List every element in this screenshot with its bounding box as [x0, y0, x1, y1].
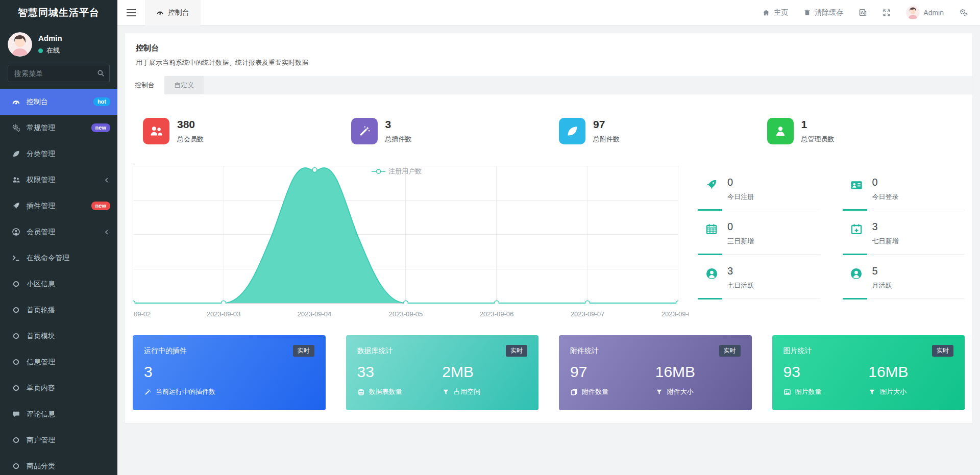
filter-icon — [655, 388, 663, 396]
filter-icon — [868, 388, 876, 396]
x-axis-labels: 09-02 2023-09-03 2023-09-04 2023-09-05 2… — [133, 310, 689, 320]
hamburger-menu-icon[interactable] — [117, 7, 145, 18]
search-icon[interactable] — [96, 69, 105, 80]
progress-line — [698, 210, 820, 210]
realtime-badge: 实时 — [506, 345, 527, 357]
page-title: 控制台 — [136, 43, 962, 53]
ministat-month-active: 5 月活跃 — [843, 255, 965, 299]
card-image-stats: 图片统计 实时 93 图片数量 — [772, 335, 965, 410]
topbar-user[interactable]: Admin — [906, 6, 944, 19]
new-badge: new — [91, 123, 110, 132]
sidebar-item-command[interactable]: 在线命令管理 — [0, 245, 117, 271]
sidebar-item-community[interactable]: 小区信息 — [0, 271, 117, 297]
progress-line — [698, 298, 820, 299]
new-badge: new — [91, 202, 110, 210]
calendar-icon — [704, 221, 719, 236]
settings-gears-icon[interactable] — [959, 8, 968, 17]
ministat-7day-new: 3 七日新增 — [843, 210, 965, 255]
sidebar-item-addon[interactable]: 插件管理 new — [0, 193, 117, 219]
stat-total-admins: 1 总管理员数 — [757, 118, 965, 144]
card-database-stats: 数据库统计 实时 33 数据表数量 — [346, 335, 539, 410]
image-icon — [783, 388, 791, 396]
realtime-badge: 实时 — [932, 345, 953, 357]
sidebar-user-panel: Admin 在线 — [0, 26, 117, 59]
progress-line — [698, 254, 820, 255]
mini-stats: 0 今日注册 0 — [698, 166, 965, 320]
card-running-addons: 运行中的插件 实时 3 当前运行中的插件数 — [133, 335, 326, 410]
sidebar-item-comments[interactable]: 评论信息 — [0, 401, 117, 427]
comment-icon — [10, 410, 22, 418]
sidebar-item-auth[interactable]: 权限管理 — [0, 167, 117, 193]
sidebar-item-general[interactable]: 常规管理 new — [0, 115, 117, 141]
card-attachment-stats: 附件统计 实时 97 附件数量 — [559, 335, 752, 410]
tab-custom[interactable]: 自定义 — [164, 76, 204, 94]
sidebar-item-merchant[interactable]: 商户管理 — [0, 427, 117, 453]
hot-badge: hot — [93, 97, 110, 106]
user-circle-icon — [10, 228, 22, 236]
clear-cache-button[interactable]: 清除缓存 — [803, 8, 843, 17]
fullscreen-icon[interactable] — [883, 9, 891, 17]
sidebar-item-single-page[interactable]: 单页内容 — [0, 375, 117, 401]
chevron-left-icon — [103, 229, 110, 236]
sidebar: 智慧同城生活平台 Admin 在线 控制台 hot 常 — [0, 0, 117, 475]
sidebar-item-banner[interactable]: 首页轮播 — [0, 297, 117, 323]
ministat-today-register: 0 今日注册 — [698, 166, 820, 210]
user-circle-icon — [704, 265, 719, 281]
app-window: 智慧同城生活平台 Admin 在线 控制台 hot 常 — [0, 0, 980, 475]
trash-icon — [803, 9, 811, 16]
content-tabs: 控制台 自定义 — [125, 76, 972, 94]
circle-icon — [10, 462, 22, 470]
circle-icon — [10, 384, 22, 392]
stats-row: 380 总会员数 3 总插件数 — [133, 118, 965, 144]
summary-cards-row: 运行中的插件 实时 3 当前运行中的插件数 — [133, 335, 965, 410]
sidebar-item-category[interactable]: 分类管理 — [0, 141, 117, 167]
chevron-left-icon — [103, 177, 110, 184]
search-input[interactable] — [8, 65, 110, 82]
sidebar-item-dashboard[interactable]: 控制台 hot — [0, 89, 117, 115]
online-dot-icon — [38, 48, 43, 53]
ministat-7day-active: 3 七日活跃 — [698, 255, 820, 299]
home-icon — [762, 9, 770, 17]
sidebar-item-info[interactable]: 信息管理 — [0, 349, 117, 375]
tab-dashboard[interactable]: 控制台 — [125, 76, 164, 94]
sidebar-item-home-module[interactable]: 首页模块 — [0, 323, 117, 349]
home-button[interactable]: 主页 — [762, 8, 788, 17]
user-status: 在线 — [38, 46, 62, 55]
leaf-icon — [10, 149, 22, 158]
users-group-icon — [143, 118, 169, 144]
user-avatar[interactable] — [8, 32, 32, 57]
circle-icon — [10, 280, 22, 288]
language-switch-icon[interactable] — [859, 8, 867, 17]
realtime-badge: 实时 — [293, 345, 314, 357]
leaf-icon — [559, 118, 585, 144]
legend-marker-icon — [372, 169, 385, 174]
tab-content: 380 总会员数 3 总插件数 — [125, 118, 972, 423]
page-description: 用于展示当前系统中的统计数据、统计报表及重要实时数据 — [136, 58, 962, 67]
gears-icon — [10, 123, 22, 132]
registered-users-chart[interactable]: 注册用户数 09-02 2023-09-03 2023-09-04 2023-0… — [133, 166, 678, 320]
area-chart-plot — [133, 166, 678, 304]
stat-total-attachments: 97 总附件数 — [549, 118, 757, 144]
sidebar-item-goods-category[interactable]: 商品分类 — [0, 453, 117, 475]
brand-title: 智慧同城生活平台 — [0, 0, 117, 26]
progress-line — [843, 210, 965, 210]
circle-icon — [10, 306, 22, 314]
sidebar-item-member[interactable]: 会员管理 — [0, 219, 117, 245]
chart-row: 注册用户数 09-02 2023-09-03 2023-09-04 2023-0… — [133, 166, 965, 320]
user-name: Admin — [38, 34, 62, 42]
filter-icon — [442, 388, 450, 396]
sidebar-menu: 控制台 hot 常规管理 new 分类管理 权限管理 插件管理 new — [0, 89, 117, 475]
id-card-icon — [849, 177, 864, 192]
progress-line — [843, 298, 965, 299]
person-icon — [767, 118, 794, 144]
topbar-tab-dashboard[interactable]: 控制台 — [145, 0, 201, 26]
user-circle-icon — [849, 265, 864, 281]
terminal-icon — [10, 254, 22, 262]
calendar-plus-icon — [849, 221, 864, 236]
chart-legend[interactable]: 注册用户数 — [372, 167, 422, 176]
circle-icon — [10, 358, 22, 366]
main-area: 控制台 主页 清除缓存 Admin — [117, 0, 980, 475]
topbar: 控制台 主页 清除缓存 Admin — [117, 0, 980, 26]
magic-wand-icon — [144, 388, 152, 396]
topbar-user-name: Admin — [923, 9, 944, 17]
